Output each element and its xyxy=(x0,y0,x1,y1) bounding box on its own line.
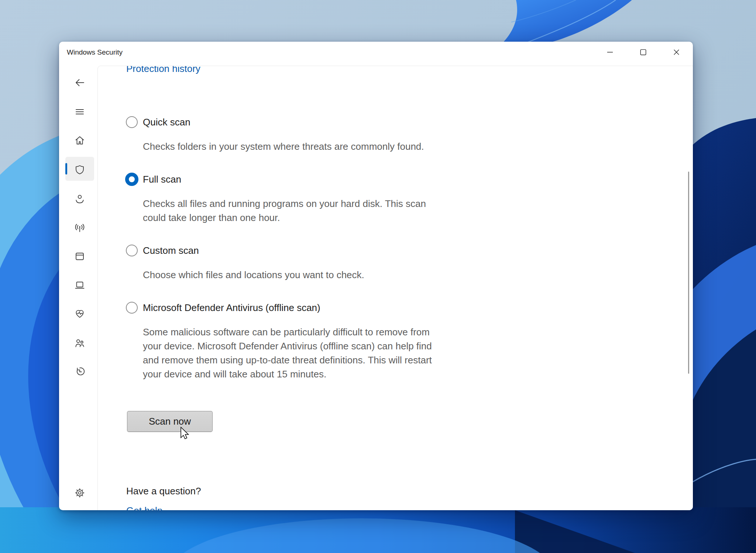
person-icon xyxy=(74,193,86,205)
antenna-icon xyxy=(74,222,86,234)
desktop: Windows Security xyxy=(0,0,756,553)
sidebar-item-protection-history[interactable] xyxy=(74,366,86,377)
have-a-question-text: Have a question? xyxy=(126,484,201,498)
mouse-cursor xyxy=(181,427,189,439)
radio-microsoft-defender-antivirus-offline-scan[interactable] xyxy=(126,302,138,314)
scan-options-group: Quick scanChecks folders in your system … xyxy=(125,115,480,400)
back-button[interactable] xyxy=(74,77,86,89)
scan-option-quick-scan: Quick scanChecks folders in your system … xyxy=(125,115,480,153)
sidebar-item-device-security[interactable] xyxy=(74,279,86,291)
history-clock-icon xyxy=(74,366,86,377)
option-label-microsoft-defender-antivirus-offline-scan[interactable]: Microsoft Defender Antivirus (offline sc… xyxy=(143,301,480,315)
sidebar-item-app-browser-control[interactable] xyxy=(74,250,86,262)
radio-full-scan[interactable] xyxy=(125,173,138,186)
back-arrow-icon xyxy=(74,77,86,89)
scan-option-full-scan: Full scanChecks all files and running pr… xyxy=(125,172,480,225)
content-card: Protection history Quick scanChecks fold… xyxy=(97,66,693,510)
option-label-quick-scan[interactable]: Quick scan xyxy=(143,115,480,129)
gear-icon xyxy=(74,487,86,499)
sidebar-item-home[interactable] xyxy=(74,135,86,146)
radio-quick-scan[interactable] xyxy=(126,116,138,128)
close-button[interactable] xyxy=(660,42,693,63)
option-description-full-scan: Checks all files and running programs on… xyxy=(143,197,490,225)
option-description-quick-scan: Checks folders in your system where thre… xyxy=(143,139,490,153)
option-label-full-scan[interactable]: Full scan xyxy=(143,172,480,186)
caption-buttons xyxy=(593,42,693,63)
sidebar-item-firewall-network[interactable] xyxy=(74,222,86,234)
sidebar-item-account-protection[interactable] xyxy=(74,193,86,205)
option-label-custom-scan[interactable]: Custom scan xyxy=(143,243,480,258)
app-window-icon xyxy=(74,250,86,262)
protection-history-link[interactable]: Protection history xyxy=(126,66,200,76)
titlebar: Windows Security xyxy=(59,42,693,63)
maximize-icon xyxy=(639,48,647,56)
radio-custom-scan[interactable] xyxy=(126,245,138,256)
option-description-microsoft-defender-antivirus-offline-scan: Some malicious software can be particula… xyxy=(143,325,490,381)
sidebar-item-device-performance-health[interactable] xyxy=(74,308,86,319)
close-icon xyxy=(673,48,680,56)
laptop-icon xyxy=(74,279,86,291)
hamburger-menu-icon xyxy=(74,106,86,118)
scan-option-microsoft-defender-antivirus-offline-scan: Microsoft Defender Antivirus (offline sc… xyxy=(125,301,480,381)
window-title: Windows Security xyxy=(67,48,123,56)
minimize-icon xyxy=(606,48,614,56)
scan-option-custom-scan: Custom scanChoose which files and locati… xyxy=(125,243,480,282)
scan-now-button[interactable]: Scan now xyxy=(127,411,213,432)
sidebar-item-virus-threat-protection[interactable] xyxy=(74,164,86,176)
shield-icon xyxy=(74,164,86,176)
home-icon xyxy=(74,135,86,146)
maximize-button[interactable] xyxy=(626,42,660,63)
option-description-custom-scan: Choose which files and locations you wan… xyxy=(143,268,490,282)
scrollbar-thumb[interactable] xyxy=(688,172,689,374)
selected-nav-indicator xyxy=(65,163,67,174)
family-people-icon xyxy=(74,337,86,349)
menu-button[interactable] xyxy=(74,106,86,118)
sidebar-item-family-options[interactable] xyxy=(74,337,86,349)
settings-button[interactable] xyxy=(74,487,86,499)
get-help-link[interactable]: Get help xyxy=(126,504,162,510)
windows-security-window: Windows Security xyxy=(59,42,693,510)
minimize-button[interactable] xyxy=(593,42,626,63)
heart-pulse-icon xyxy=(74,308,86,319)
